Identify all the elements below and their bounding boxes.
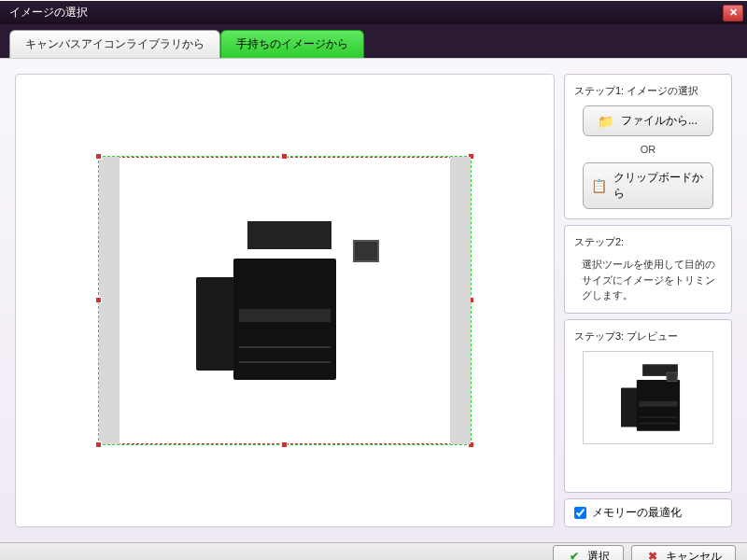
select-button[interactable]: ✔ 選択 (553, 545, 624, 561)
folder-icon: 📁 (599, 114, 613, 129)
image-preview (196, 221, 374, 380)
clipboard-icon: 📋 (591, 178, 606, 193)
crop-selection[interactable] (98, 156, 472, 445)
crop-handle-tc[interactable] (281, 153, 288, 160)
cancel-button[interactable]: ✖ キャンセル (631, 545, 736, 561)
step2-desc: 選択ツールを使用して目的のサイズにイメージをトリミングします。 (582, 257, 722, 303)
crop-handle-tr[interactable] (468, 153, 474, 160)
select-label: 選択 (587, 549, 610, 561)
check-icon: ✔ (567, 549, 582, 560)
tab-library[interactable]: キャンバスアイコンライブラリから (9, 30, 220, 58)
window-title: イメージの選択 (9, 5, 88, 21)
crop-handle-ml[interactable] (95, 297, 102, 303)
step1-label: ステップ1: イメージの選択 (574, 84, 722, 98)
step3-label: ステップ3: プレビュー (574, 329, 722, 343)
step2-box: ステップ2: 選択ツールを使用して目的のサイズにイメージをトリミングします。 (564, 225, 732, 314)
preview-image (621, 364, 675, 430)
file-from-label: ファイルから... (621, 113, 698, 129)
step3-box: ステップ3: プレビュー (564, 319, 732, 494)
tabbar: キャンバスアイコンライブラリから 手持ちのイメージから (0, 24, 747, 58)
preview-thumbnail (583, 351, 713, 444)
footer: ✔ 選択 ✖ キャンセル (0, 542, 747, 560)
crop-handle-br[interactable] (468, 441, 474, 448)
titlebar: イメージの選択 ✕ (0, 0, 747, 24)
memory-opt-box: メモリーの最適化 (564, 498, 732, 527)
crop-handle-tl[interactable] (95, 153, 102, 160)
memory-opt-row[interactable]: メモリーの最適化 (574, 505, 722, 521)
memory-opt-label: メモリーの最適化 (592, 505, 682, 521)
canvas-panel (15, 74, 555, 527)
clipboard-from-button[interactable]: 📋 クリップボードから (583, 162, 713, 209)
content-area: ステップ1: イメージの選択 📁 ファイルから... OR 📋 クリップボードか… (0, 58, 747, 542)
tab-own-image[interactable]: 手持ちのイメージから (220, 30, 364, 58)
memory-opt-checkbox[interactable] (574, 507, 586, 519)
file-from-button[interactable]: 📁 ファイルから... (583, 105, 713, 136)
side-panel: ステップ1: イメージの選択 📁 ファイルから... OR 📋 クリップボードか… (564, 74, 732, 527)
step1-box: ステップ1: イメージの選択 📁 ファイルから... OR 📋 クリップボードか… (564, 74, 732, 219)
step2-label: ステップ2: (574, 235, 722, 249)
x-icon: ✖ (645, 549, 660, 560)
close-icon: ✕ (726, 6, 740, 21)
crop-handle-mr[interactable] (468, 297, 474, 303)
cancel-label: キャンセル (666, 549, 722, 561)
clipboard-from-label: クリップボードから (613, 170, 705, 202)
or-text: OR (641, 144, 656, 155)
crop-handle-bl[interactable] (95, 441, 102, 448)
close-button[interactable]: ✕ (723, 5, 743, 21)
crop-handle-bc[interactable] (281, 441, 288, 448)
